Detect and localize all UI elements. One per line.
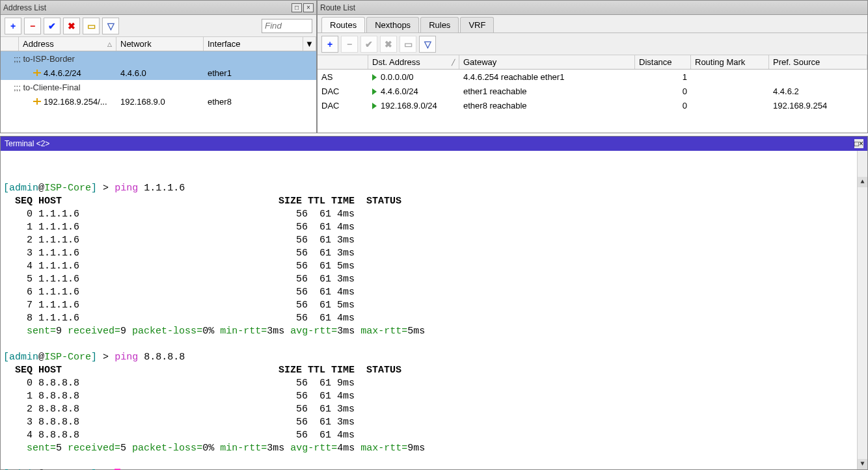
tab-vrf[interactable]: VRF: [460, 17, 494, 33]
scroll-down-icon[interactable]: ▼: [858, 459, 867, 469]
tab-rules[interactable]: Rules: [420, 17, 459, 33]
disable-button[interactable]: ✖: [63, 18, 80, 34]
active-route-icon: [372, 88, 377, 95]
route-list-panel: Route List RoutesNexthopsRulesVRF + − ✔ …: [317, 0, 868, 133]
address-list-title: Address List: [3, 3, 46, 12]
address-icon: [33, 98, 41, 105]
address-row[interactable]: 192.168.9.254/...192.168.9.0ether8: [1, 94, 316, 109]
remove-route-button[interactable]: −: [341, 36, 358, 53]
address-rows: ;;; to-ISP-Border4.4.6.2/244.4.6.0ether1…: [1, 51, 316, 133]
maximize-icon[interactable]: □: [854, 139, 859, 148]
terminal-titlebar[interactable]: Terminal <2> □ ×: [1, 137, 867, 151]
col-routing-mark[interactable]: Routing Mark: [691, 55, 769, 69]
col-pref-source[interactable]: Pref. Source: [769, 55, 867, 69]
route-list-titlebar[interactable]: Route List: [318, 1, 867, 15]
col-address[interactable]: Address△: [19, 37, 116, 51]
route-row[interactable]: AS0.0.0.0/04.4.6.254 reachable ether11: [318, 70, 867, 84]
tab-nexthops[interactable]: Nexthops: [366, 17, 419, 33]
terminal-window: Terminal <2> □ × [admin@ISP-Core] > ping…: [0, 136, 868, 470]
col-interface[interactable]: Interface: [204, 37, 303, 51]
route-list-title: Route List: [320, 3, 355, 12]
find-input[interactable]: [262, 19, 312, 33]
col-dst[interactable]: Dst. Address╱: [368, 55, 459, 69]
address-comment[interactable]: ;;; to-Cliente-Final: [1, 80, 316, 94]
add-route-button[interactable]: +: [321, 36, 338, 53]
route-columns: Dst. Address╱ Gateway Distance Routing M…: [318, 55, 867, 70]
address-row[interactable]: 4.4.6.2/244.4.6.0ether1: [1, 66, 316, 80]
maximize-icon[interactable]: □: [292, 3, 302, 12]
address-toolbar: + − ✔ ✖ ▭ ▽: [1, 15, 316, 37]
terminal-body[interactable]: [admin@ISP-Core] > ping 1.1.1.6 SEQ HOST…: [1, 151, 867, 469]
route-tabs: RoutesNexthopsRulesVRF: [318, 15, 867, 33]
route-row[interactable]: DAC192.168.9.0/24ether8 reachable0192.16…: [318, 98, 867, 112]
col-flag[interactable]: [1, 37, 19, 51]
scrollbar[interactable]: ▲ ▼: [857, 151, 867, 469]
address-list-panel: Address List □ × + − ✔ ✖ ▭ ▽ Address△ Ne…: [0, 0, 317, 133]
tab-routes[interactable]: Routes: [321, 17, 365, 33]
col-network[interactable]: Network: [116, 37, 204, 51]
enable-button[interactable]: ✔: [44, 18, 61, 34]
comment-route-button[interactable]: ▭: [400, 36, 416, 53]
col-flags[interactable]: [318, 55, 368, 69]
col-gateway[interactable]: Gateway: [459, 55, 635, 69]
address-list-titlebar[interactable]: Address List □ ×: [1, 1, 316, 15]
filter-button[interactable]: ▽: [102, 18, 119, 34]
address-icon: [33, 70, 41, 76]
close-icon[interactable]: ×: [303, 3, 314, 12]
close-icon[interactable]: ×: [859, 139, 863, 148]
col-distance[interactable]: Distance: [635, 55, 691, 69]
remove-button[interactable]: −: [24, 18, 41, 34]
add-button[interactable]: +: [5, 18, 21, 34]
terminal-title: Terminal <2>: [5, 139, 49, 148]
route-toolbar: + − ✔ ✖ ▭ ▽: [318, 33, 867, 55]
comment-button[interactable]: ▭: [83, 18, 100, 34]
active-route-icon: [372, 74, 377, 81]
address-comment[interactable]: ;;; to-ISP-Border: [1, 51, 316, 66]
address-columns: Address△ Network Interface ▼: [1, 37, 316, 51]
disable-route-button[interactable]: ✖: [380, 36, 397, 53]
enable-route-button[interactable]: ✔: [360, 36, 377, 53]
route-rows: AS0.0.0.0/04.4.6.254 reachable ether11DA…: [318, 70, 867, 133]
filter-route-button[interactable]: ▽: [419, 36, 436, 53]
terminal-content: [admin@ISP-Core] > ping 1.1.1.6 SEQ HOST…: [3, 182, 865, 470]
column-menu-button[interactable]: ▼: [303, 37, 316, 51]
active-route-icon: [372, 103, 377, 109]
scroll-up-icon[interactable]: ▲: [858, 177, 867, 187]
route-row[interactable]: DAC4.4.6.0/24ether1 reachable04.4.6.2: [318, 84, 867, 98]
